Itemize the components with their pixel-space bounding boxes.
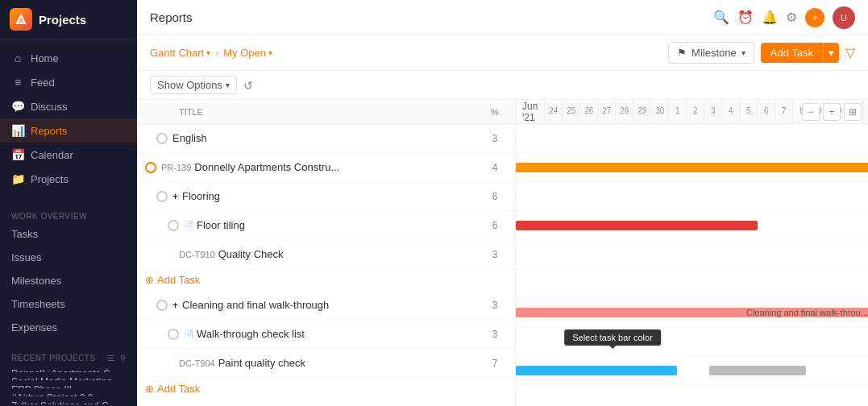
add-task-row[interactable]: ⊕ Add Task [137, 269, 515, 291]
gantt-bar[interactable] [516, 163, 868, 172]
sidebar-item-milestones[interactable]: Milestones [0, 269, 137, 292]
settings-icon[interactable]: ⚙ [786, 10, 797, 25]
options-row: Show Options ▾ ↺ [137, 71, 868, 100]
recent-projects-header: RECENT PROJECTS ☰ ⚲ [0, 349, 137, 364]
bar-label: Cleaning and final walk-throu... [746, 308, 868, 317]
milestones-label: Milestones [11, 275, 61, 287]
date-cell: 29 [633, 100, 650, 123]
sidebar-item-discuss[interactable]: 💬 Discuss [0, 94, 137, 118]
date-cell: 26 [579, 100, 597, 123]
table-row: DC-T904 Paint quality check 7 [137, 349, 515, 378]
gantt-right-panel: Jun '21 24252627282930123456789101112131… [516, 100, 868, 406]
table-row: English 3 [137, 124, 515, 153]
task-id: PR-139 [161, 163, 191, 172]
recent-project-2[interactable]: ERP Phase III [0, 380, 137, 388]
date-cell: 25 [562, 100, 579, 123]
avatar[interactable]: U [833, 6, 855, 29]
task-circle [168, 220, 179, 231]
gantt-bar-row [516, 211, 868, 240]
sidebar-item-expenses[interactable]: Expenses [0, 316, 137, 339]
timesheets-label: Timesheets [11, 298, 65, 310]
table-row: DC-T910 Quality Check 3 [137, 240, 515, 269]
search-icon[interactable]: 🔍 [713, 10, 729, 25]
gantt-bar-row [516, 269, 868, 298]
date-cell: 30 [650, 100, 668, 123]
doc-icon-2: 📄 [184, 329, 193, 338]
gantt-bar-selected[interactable] [516, 366, 677, 375]
home-icon: ⌂ [11, 52, 24, 64]
feed-icon: ≡ [11, 76, 24, 89]
list-icon[interactable]: ☰ [107, 354, 115, 362]
add-task-row-2[interactable]: ⊕ Add Task [137, 378, 515, 400]
fit-button[interactable]: ⊞ [844, 103, 862, 121]
add-task-dropdown[interactable]: ▾ [823, 43, 839, 63]
folder-icon: + [172, 191, 178, 202]
zoom-in-button[interactable]: + [823, 103, 841, 121]
sidebar-item-tasks[interactable]: Tasks [0, 222, 137, 246]
date-cell: 1 [668, 100, 686, 123]
task-bar-tooltip: Select task bar color [564, 329, 661, 346]
sidebar-header: Projects [0, 0, 137, 39]
page-title: Reports [150, 10, 193, 24]
recent-projects-label: RECENT PROJECTS [11, 354, 96, 362]
sidebar-item-label: Projects [31, 173, 69, 185]
main-content: Reports 🔍 ⏰ 🔔 ⚙ + U Gantt Chart ▾ › My O… [137, 0, 868, 406]
show-options-button[interactable]: Show Options ▾ [150, 76, 237, 94]
plus-button[interactable]: + [805, 8, 824, 27]
task-pct: 4 [483, 162, 507, 173]
date-cell: 3 [704, 100, 721, 123]
task-circle-orange [145, 162, 156, 173]
milestone-button[interactable]: ⚑ Milestone ▾ [668, 42, 754, 64]
gantt-bar-row [516, 240, 868, 269]
gantt-left-panel: TITLE % English 3 PR-139 Donnelly Apartm… [137, 100, 516, 406]
sidebar-item-calendar[interactable]: 📅 Calendar [0, 143, 137, 167]
zoom-out-button[interactable]: − [802, 103, 820, 121]
breadcrumb: Gantt Chart ▾ › My Open ▾ [150, 47, 272, 59]
search-small-icon[interactable]: ⚲ [120, 354, 127, 362]
gantt-bar-row [516, 182, 868, 211]
add-icon-2: ⊕ [145, 383, 154, 395]
task-pct: 3 [483, 249, 507, 260]
gantt-col-pct: % [483, 107, 507, 117]
breadcrumb-gantt[interactable]: Gantt Chart ▾ [150, 47, 210, 59]
breadcrumb-myopen[interactable]: My Open ▾ [223, 47, 272, 59]
task-pct: 7 [483, 358, 507, 369]
sidebar-item-issues[interactable]: Issues [0, 246, 137, 269]
milestone-icon: ⚑ [677, 47, 687, 59]
main-topbar: Reports 🔍 ⏰ 🔔 ⚙ + U [137, 0, 868, 35]
chevron-down-icon-4: ▾ [226, 81, 230, 89]
bell-icon[interactable]: 🔔 [762, 10, 778, 25]
gantt-bar-row [516, 124, 868, 153]
sidebar-item-label: Reports [31, 125, 68, 137]
gantt-col-title: TITLE [179, 107, 483, 117]
task-pct: 3 [483, 300, 507, 311]
topbar-icons: 🔍 ⏰ 🔔 ⚙ + U [713, 6, 855, 29]
projects-icon: 📁 [11, 172, 24, 185]
add-task-button[interactable]: Add Task ▾ [761, 43, 839, 63]
sidebar-item-home[interactable]: ⌂ Home [0, 46, 137, 70]
recent-project-0[interactable]: Donnelly Apartments C... [0, 364, 137, 372]
sidebar-item-reports[interactable]: 📊 Reports [0, 118, 137, 143]
filter-icon[interactable]: ▽ [845, 45, 855, 60]
gantt-bar-row: → Cleaning and final walk-throu... [516, 298, 868, 327]
task-pct: 6 [483, 191, 507, 202]
sidebar: Projects ⌂ Home ≡ Feed 💬 Discuss 📊 Repor… [0, 0, 137, 406]
gantt-mini-controls: − + ⊞ [802, 103, 862, 121]
add-task-label[interactable]: Add Task [761, 43, 823, 63]
sidebar-item-feed[interactable]: ≡ Feed [0, 70, 137, 94]
recent-project-3[interactable]: #Airbus Project 2.0 [0, 388, 137, 396]
sidebar-item-projects[interactable]: 📁 Projects [0, 167, 137, 191]
gantt-bar[interactable] [516, 221, 758, 230]
task-name: Cleaning and final walk-through [182, 299, 483, 311]
gantt-wrapper: TITLE % English 3 PR-139 Donnelly Apartm… [137, 100, 868, 406]
recent-project-1[interactable]: Social Media Marketing... [0, 372, 137, 380]
clock-icon[interactable]: ⏰ [737, 10, 754, 25]
breadcrumb-separator: › [215, 48, 218, 59]
sidebar-item-timesheets[interactable]: Timesheets [0, 292, 137, 316]
reset-button[interactable]: ↺ [243, 79, 253, 92]
task-id: DC-T904 [179, 358, 215, 368]
task-name: Paint quality check [218, 357, 483, 369]
recent-project-4[interactable]: Zylker Solutions and C... [0, 396, 137, 404]
chevron-down-icon-2: ▾ [268, 48, 272, 57]
add-task-label: Add Task [157, 274, 507, 286]
